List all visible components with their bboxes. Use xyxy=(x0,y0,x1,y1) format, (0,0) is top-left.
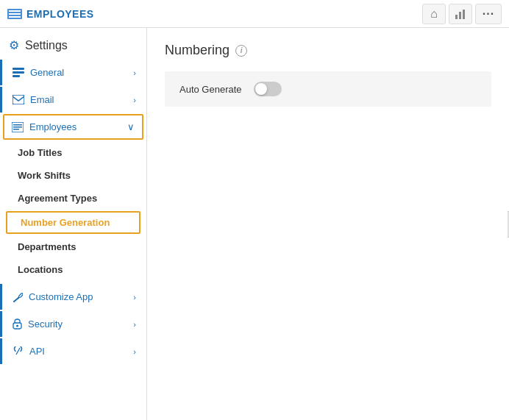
sidebar-item-api-inner: API xyxy=(13,346,45,357)
employees-label: Employees xyxy=(29,121,76,132)
auto-generate-toggle[interactable] xyxy=(254,82,282,96)
general-icon xyxy=(13,68,24,78)
app-title: EMPLOYEES xyxy=(26,8,94,20)
lock-icon xyxy=(13,318,22,330)
app-header: EMPLOYEES ⌂ ··· xyxy=(0,0,509,28)
sidebar-item-general[interactable]: General › xyxy=(0,60,146,85)
svg-point-13 xyxy=(16,325,18,327)
svg-line-11 xyxy=(14,298,18,302)
api-arrow: › xyxy=(133,347,136,356)
svg-rect-2 xyxy=(463,10,465,19)
sidebar: ⚙ Settings General › Email xyxy=(0,28,147,420)
home-button[interactable]: ⌂ xyxy=(422,4,446,24)
page-title: Numbering xyxy=(165,43,229,58)
security-label: Security xyxy=(28,318,63,330)
more-button[interactable]: ··· xyxy=(475,4,502,24)
sidebar-item-email[interactable]: Email › xyxy=(0,87,146,113)
general-label: General xyxy=(30,67,64,78)
general-arrow: › xyxy=(133,68,136,77)
employees-arrow: ∨ xyxy=(127,121,135,132)
content-area: Numbering i Auto Generate ‹ xyxy=(147,28,509,420)
api-icon xyxy=(13,346,24,356)
header-actions: ⌂ ··· xyxy=(422,4,502,24)
employees-icon xyxy=(12,122,24,132)
home-icon: ⌂ xyxy=(430,7,438,21)
svg-rect-0 xyxy=(455,15,458,19)
auto-generate-row: Auto Generate xyxy=(165,71,491,107)
wrench-icon xyxy=(13,292,23,302)
main-layout: ⚙ Settings General › Email xyxy=(0,28,509,420)
sub-item-agreement-types[interactable]: Agreement Types xyxy=(0,187,146,210)
sidebar-item-employees[interactable]: Employees ∨ xyxy=(3,114,143,140)
settings-header: ⚙ Settings xyxy=(0,28,146,60)
svg-line-14 xyxy=(16,348,20,355)
security-arrow: › xyxy=(133,320,136,329)
sub-item-work-shifts[interactable]: Work Shifts xyxy=(0,164,146,187)
sidebar-item-customize-inner: Customize App xyxy=(13,291,93,302)
gear-icon: ⚙ xyxy=(9,38,19,52)
sub-item-number-generation[interactable]: Number Generation xyxy=(6,211,140,234)
module-icon xyxy=(7,9,22,19)
sidebar-item-security-inner: Security xyxy=(13,318,63,330)
sub-item-locations[interactable]: Locations xyxy=(0,258,146,281)
toggle-knob xyxy=(255,83,267,95)
sidebar-item-employees-inner: Employees xyxy=(12,121,76,132)
customize-app-arrow: › xyxy=(133,293,136,302)
svg-rect-5 xyxy=(13,75,20,77)
svg-rect-6 xyxy=(13,95,24,104)
api-label: API xyxy=(29,346,45,357)
chart-button[interactable] xyxy=(449,4,472,24)
svg-rect-9 xyxy=(13,127,22,128)
more-icon: ··· xyxy=(483,7,494,21)
content-title-row: Numbering i xyxy=(165,43,491,58)
email-icon xyxy=(13,95,24,104)
email-label: Email xyxy=(30,94,54,105)
sidebar-item-api[interactable]: API › xyxy=(0,338,146,364)
sub-item-departments[interactable]: Departments xyxy=(0,235,146,258)
settings-label: Settings xyxy=(25,39,68,52)
svg-rect-4 xyxy=(13,71,24,74)
svg-rect-3 xyxy=(13,68,24,70)
email-arrow: › xyxy=(133,96,136,104)
info-icon[interactable]: i xyxy=(235,45,247,57)
svg-rect-10 xyxy=(13,129,19,130)
sidebar-item-general-inner: General xyxy=(13,67,64,78)
auto-generate-label: Auto Generate xyxy=(179,84,242,95)
chart-icon xyxy=(455,8,466,20)
customize-app-label: Customize App xyxy=(29,291,93,302)
sidebar-item-customize-app[interactable]: Customize App › xyxy=(0,284,146,310)
sub-item-job-titles[interactable]: Job Titles xyxy=(0,141,146,164)
svg-rect-8 xyxy=(13,124,22,126)
sidebar-item-email-inner: Email xyxy=(13,94,54,105)
svg-rect-1 xyxy=(459,12,461,19)
header-left: EMPLOYEES xyxy=(7,8,94,20)
sidebar-item-security[interactable]: Security › xyxy=(0,311,146,337)
